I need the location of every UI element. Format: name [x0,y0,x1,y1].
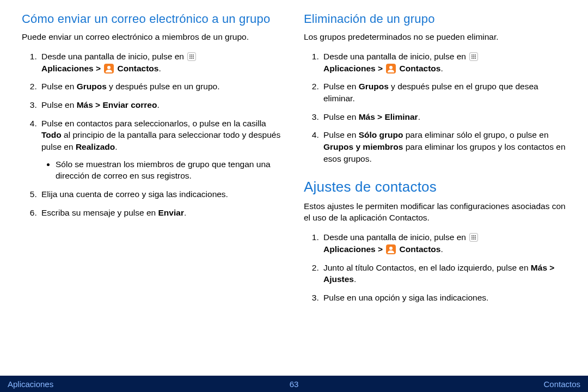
step-text: Pulse en [323,112,359,121]
sub-bullets: Sólo se muestran los miembros de grupo q… [41,158,284,182]
steps-delete-group: Desde una pantalla de inicio, pulse en A… [304,51,566,165]
step-text: . [418,112,420,121]
svg-point-0 [107,66,111,69]
step-text: Pulse en contactos para seleccionarlos, … [41,119,266,128]
apps-icon [469,52,478,61]
list-item: Pulse en Más > Eliminar. [321,111,566,123]
steps-contact-settings: Desde una pantalla de inicio, pulse en A… [304,231,566,303]
step-text: para eliminar sólo el grupo, o pulse en [403,130,548,139]
step-bold: Grupos [359,82,389,91]
step-bold: Realizado [76,142,115,151]
apps-icon [187,52,196,61]
svg-point-1 [389,66,393,69]
apps-icon [469,233,478,242]
step-bold: Más > Enviar correo [77,100,157,109]
list-item: Desde una pantalla de inicio, pulse en A… [39,51,284,74]
step-text: . [158,64,161,73]
heading-email-group: Cómo enviar un correo electrónico a un g… [22,12,284,26]
step-bold: Todo [41,130,62,139]
step-bold: Grupos [77,82,107,91]
right-column: Eliminación de un grupo Los grupos prede… [304,12,566,310]
step-text: y después pulse en un grupo. [107,82,220,91]
step-text: . [354,274,356,284]
step-text: . [115,142,117,151]
step-text: . [440,64,443,73]
step-text: . [184,208,186,217]
svg-point-2 [389,247,393,250]
step-text: Pulse en [41,82,77,91]
intro-email-group: Puede enviar un correo electrónico a mie… [22,32,284,43]
intro-contact-settings: Estos ajustes le permiten modificar las … [304,201,566,224]
step-text: Pulse en [323,130,359,139]
step-bold: Aplicaciones > [41,64,103,73]
list-item: Escriba su mensaje y pulse en Enviar. [39,207,284,219]
step-bold: Grupos y miembros [323,142,403,151]
intro-delete-group: Los grupos predeterminados no se pueden … [304,32,566,43]
step-text: Desde una pantalla de inicio, pulse en [41,52,186,61]
steps-email-group: Desde una pantalla de inicio, pulse en A… [22,51,284,219]
footer-page-number: 63 [290,379,299,389]
heading-contact-settings: Ajustes de contactos [304,179,566,195]
list-item: Pulse en Más > Enviar correo. [39,99,284,111]
step-text: Pulse en [323,82,359,91]
step-bold: Contactos [397,64,440,73]
contact-icon [104,64,114,74]
content-columns: Cómo enviar un correo electrónico a un g… [0,0,588,310]
list-item: Pulse en contactos para seleccionarlos, … [39,118,284,182]
list-item: Sólo se muestran los miembros de grupo q… [56,158,284,182]
step-bold: Aplicaciones > [323,64,385,73]
footer-left: Aplicaciones [8,379,53,389]
page-footer: Aplicaciones 63 Contactos [0,376,588,392]
step-text: Junto al título Contactos, en el lado iz… [323,263,531,272]
step-text: Desde una pantalla de inicio, pulse en [323,52,468,61]
list-item: Pulse en una opción y siga las indicacio… [321,292,566,304]
list-item: Junto al título Contactos, en el lado iz… [321,262,566,285]
left-column: Cómo enviar un correo electrónico a un g… [22,12,284,310]
list-item: Pulse en Grupos y después pulse en el gr… [321,81,566,104]
step-bold: Sólo grupo [359,130,403,139]
list-item: Pulse en Sólo grupo para eliminar sólo e… [321,129,566,164]
step-text: Pulse en [41,100,77,109]
contact-icon [386,244,396,254]
step-bold: Enviar [158,208,184,217]
step-text: . [157,100,159,109]
step-bold: Aplicaciones > [323,244,385,254]
step-text: Desde una pantalla de inicio, pulse en [323,232,468,242]
step-text: . [440,244,443,254]
contact-icon [386,64,396,74]
step-bold: Contactos [115,64,158,73]
list-item: Pulse en Grupos y después pulse en un gr… [39,81,284,93]
step-bold: Más > Eliminar [359,112,418,121]
list-item: Elija una cuenta de correo y siga las in… [39,188,284,200]
manual-page: Cómo enviar un correo electrónico a un g… [0,0,588,392]
heading-delete-group: Eliminación de un grupo [304,12,566,26]
list-item: Desde una pantalla de inicio, pulse en A… [321,51,566,74]
list-item: Desde una pantalla de inicio, pulse en A… [321,231,566,255]
footer-right: Contactos [543,379,580,389]
step-bold: Contactos [397,244,440,254]
step-text: Escriba su mensaje y pulse en [41,208,158,217]
